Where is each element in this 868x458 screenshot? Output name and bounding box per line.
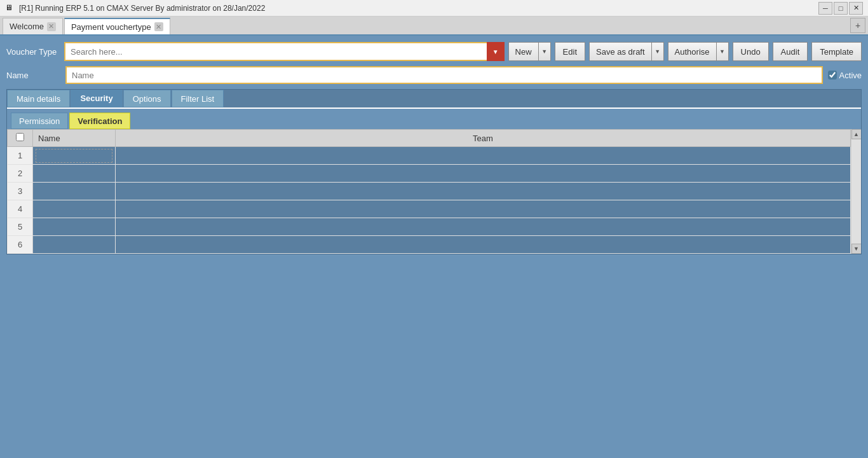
content-area: Main details Security Options Filter Lis… [6, 89, 862, 254]
scroll-up-button[interactable]: ▲ [851, 129, 862, 139]
row-num-4: 4 [8, 200, 33, 218]
minimize-button[interactable]: ─ [818, 2, 832, 15]
grid-area: Name Team 1 2 [7, 129, 851, 254]
voucher-type-label: Voucher Type [6, 47, 60, 57]
authorise-button[interactable]: Authorise [668, 42, 716, 61]
toolbar: Voucher Type New ▼ Edit Save as draft ▼ … [6, 42, 862, 61]
grid-scrollbar: ▲ ▼ [851, 129, 861, 254]
name-cell-3[interactable] [33, 183, 116, 200]
close-button[interactable]: ✕ [849, 2, 863, 15]
name-cell-input-1[interactable] [36, 149, 112, 163]
app-icon: 🖥 [5, 3, 15, 13]
tab-verification-label: Verification [78, 116, 122, 126]
team-cell-6[interactable] [116, 236, 851, 254]
tab-verification[interactable]: Verification [69, 113, 130, 129]
tab-payment[interactable]: Payment vouchertype ✕ [64, 18, 170, 34]
save-draft-dropdown-button[interactable]: ▼ [651, 42, 664, 61]
table-row: 5 [8, 218, 851, 236]
save-draft-button-group: Save as draft ▼ [589, 42, 664, 61]
authorise-button-group: Authorise ▼ [668, 42, 729, 61]
col-header-team: Team [116, 130, 851, 147]
name-cell-4[interactable] [33, 200, 116, 218]
content-tabs: Main details Security Options Filter Lis… [7, 90, 861, 109]
name-input[interactable] [65, 66, 823, 84]
template-button[interactable]: Template [811, 42, 862, 61]
tab-options-label: Options [133, 94, 161, 104]
team-cell-1[interactable] [116, 147, 851, 165]
tab-security-label: Security [80, 94, 112, 103]
row-num-3: 3 [8, 183, 33, 200]
main-content: Voucher Type New ▼ Edit Save as draft ▼ … [0, 36, 868, 261]
maximize-button[interactable]: □ [834, 2, 848, 15]
active-checkbox[interactable] [828, 71, 837, 80]
inner-tabs: Permission Verification [7, 109, 861, 129]
search-container [64, 42, 505, 61]
new-dropdown-button[interactable]: ▼ [538, 42, 551, 61]
tab-security[interactable]: Security [71, 90, 122, 108]
grid-table: Name Team 1 2 [7, 129, 851, 254]
name-cell-6[interactable] [33, 236, 116, 254]
team-cell-2[interactable] [116, 165, 851, 183]
tab-welcome-close[interactable]: ✕ [47, 22, 56, 31]
tab-filter-list[interactable]: Filter List [172, 90, 224, 108]
table-row: 1 [8, 147, 851, 165]
table-row: 6 [8, 236, 851, 254]
scroll-track[interactable] [851, 139, 861, 244]
row-num-6: 6 [8, 236, 33, 254]
authorise-dropdown-button[interactable]: ▼ [716, 42, 729, 61]
new-button-group: New ▼ [508, 42, 551, 61]
grid-body: 1 2 3 [8, 147, 851, 254]
name-cell-1 [33, 147, 116, 165]
name-cell-2[interactable] [33, 165, 116, 183]
active-container: Active [828, 71, 862, 80]
tab-filter-list-label: Filter List [181, 94, 215, 104]
name-label: Name [6, 71, 60, 80]
undo-button[interactable]: Undo [733, 42, 769, 61]
table-row: 2 [8, 165, 851, 183]
search-dropdown-button[interactable] [487, 42, 505, 61]
tab-payment-label: Payment vouchertype [71, 22, 151, 32]
table-row: 4 [8, 200, 851, 218]
audit-button[interactable]: Audit [773, 42, 808, 61]
title-bar-controls: ─ □ ✕ [818, 2, 863, 15]
col-header-rownum [8, 130, 33, 147]
team-cell-5[interactable] [116, 218, 851, 236]
tab-permission[interactable]: Permission [11, 113, 68, 129]
grid-wrapper: Name Team 1 2 [7, 129, 861, 254]
select-all-checkbox[interactable] [16, 133, 24, 141]
table-row: 3 [8, 183, 851, 200]
grid-header-row: Name Team [8, 130, 851, 147]
title-bar: 🖥 [R1] Running ERP 5.1 on CMAX Server By… [0, 0, 868, 17]
row-num-2: 2 [8, 165, 33, 183]
name-row: Name Active [6, 66, 862, 84]
name-cell-5[interactable] [33, 218, 116, 236]
tab-payment-close[interactable]: ✕ [154, 22, 163, 31]
tab-welcome-label: Welcome [10, 22, 44, 31]
tab-bar: Welcome ✕ Payment vouchertype ✕ + [0, 17, 868, 36]
tab-options[interactable]: Options [123, 90, 171, 108]
row-num-5: 5 [8, 218, 33, 236]
edit-button[interactable]: Edit [555, 42, 585, 61]
tab-main-details-label: Main details [17, 94, 60, 104]
team-cell-4[interactable] [116, 200, 851, 218]
tab-main-details[interactable]: Main details [7, 90, 70, 108]
tab-permission-label: Permission [19, 116, 60, 126]
team-cell-3[interactable] [116, 183, 851, 200]
row-num-1: 1 [8, 147, 33, 165]
col-header-name: Name [33, 130, 116, 147]
title-text: [R1] Running ERP 5.1 on CMAX Server By a… [19, 4, 265, 13]
tab-welcome[interactable]: Welcome ✕ [3, 18, 63, 34]
scroll-down-button[interactable]: ▼ [851, 244, 862, 254]
new-button[interactable]: New [508, 42, 538, 61]
tab-add-button[interactable]: + [850, 18, 865, 33]
save-draft-button[interactable]: Save as draft [589, 42, 651, 61]
active-label: Active [839, 71, 862, 80]
search-input[interactable] [64, 42, 505, 61]
title-bar-left: 🖥 [R1] Running ERP 5.1 on CMAX Server By… [5, 3, 265, 13]
